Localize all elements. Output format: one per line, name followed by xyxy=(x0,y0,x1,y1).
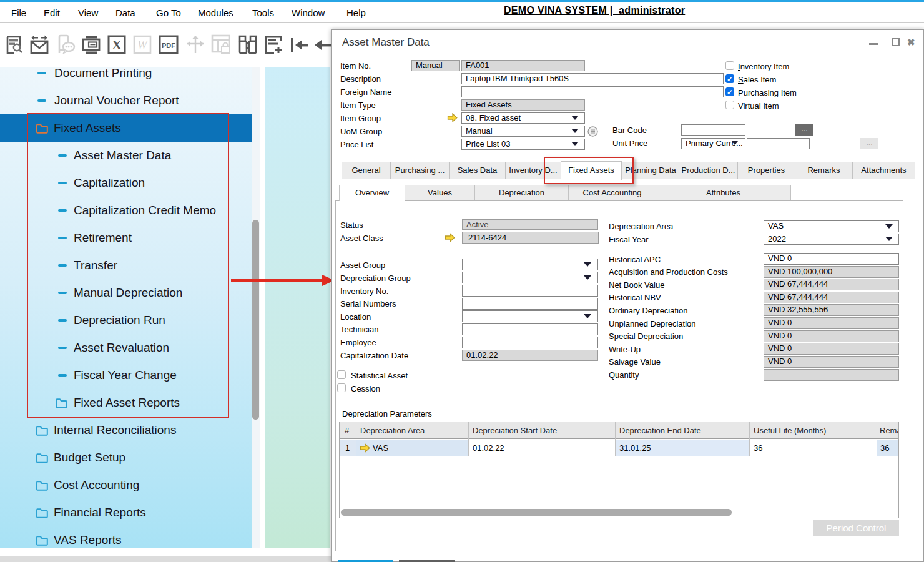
svg-text:PDF: PDF xyxy=(162,42,175,49)
svg-text:W: W xyxy=(137,38,149,51)
svg-text:X: X xyxy=(112,37,122,52)
